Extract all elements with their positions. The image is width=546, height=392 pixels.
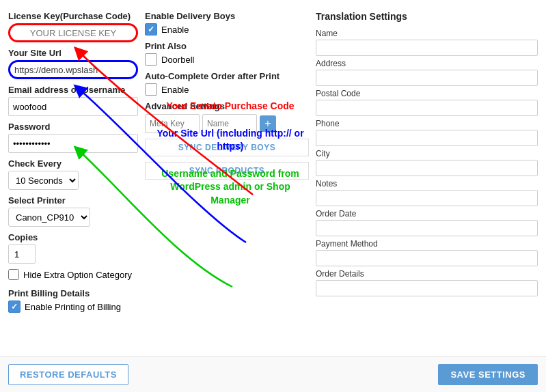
trans-label: Notes xyxy=(316,179,538,188)
license-key-input[interactable] xyxy=(8,23,138,42)
trans-group-order-date: Order Date xyxy=(316,209,538,236)
trans-group-name: Name xyxy=(316,29,538,56)
trans-label: Order Date xyxy=(316,209,538,219)
trans-group-notes: Notes xyxy=(316,179,538,206)
trans-input-payment-method[interactable] xyxy=(316,250,538,266)
license-key-label: License Key(Purchase Code) xyxy=(8,11,138,21)
content-area: License Key(Purchase Code) Your Site Url… xyxy=(0,0,546,356)
print-also-group: Print Also Doorbell xyxy=(145,41,309,66)
site-url-input[interactable] xyxy=(8,60,138,79)
trans-label: Address xyxy=(316,59,538,68)
annotation-blue: Your Site Url (including http:// or http… xyxy=(152,127,309,154)
trans-label: Order Details xyxy=(316,269,538,279)
select-printer-label: Select Printer xyxy=(8,195,138,206)
annotation-red: Your Envato Purchase Code xyxy=(152,100,309,113)
printer-select[interactable]: Canon_CP910 xyxy=(8,208,90,227)
trans-label: Phone xyxy=(316,119,538,128)
email-input[interactable] xyxy=(8,97,138,116)
check-every-label: Check Every xyxy=(8,158,138,169)
enable-delivery-label: Enable Delivery Boys xyxy=(145,11,309,21)
copies-group: Copies xyxy=(8,232,138,264)
enable-billing-label: Enable Printing of Billing xyxy=(25,302,121,312)
site-url-group: Your Site Url xyxy=(8,48,138,79)
autocomplete-checkbox[interactable] xyxy=(145,83,157,96)
trans-group-address: Address xyxy=(316,59,538,86)
trans-input-name[interactable] xyxy=(316,40,538,56)
enable-label: Enable xyxy=(161,25,189,35)
trans-group-city: City xyxy=(316,149,538,176)
enable-delivery-checkbox[interactable] xyxy=(145,23,157,36)
enable-row: Enable xyxy=(145,23,309,36)
annotation-green: Username and Password from WordPress adm… xyxy=(152,167,309,208)
middle-column: Enable Delivery Boys Enable Print Also D… xyxy=(145,11,309,346)
trans-group-payment-method: Payment Method xyxy=(316,239,538,266)
copies-input[interactable] xyxy=(8,244,36,264)
print-billing-section: Print Billing Details Enable Printing of… xyxy=(8,288,138,313)
copies-label: Copies xyxy=(8,232,138,242)
password-group: Password xyxy=(8,122,138,153)
trans-input-order-date[interactable] xyxy=(316,220,538,236)
autocomplete-label: Auto-Complete Order after Print xyxy=(145,71,309,81)
check-every-select[interactable]: 5 Seconds 10 Seconds 30 Seconds 1 Minute xyxy=(8,171,79,190)
select-printer-group: Select Printer Canon_CP910 xyxy=(8,195,138,227)
doorbell-checkbox[interactable] xyxy=(145,53,157,66)
check-every-row: 5 Seconds 10 Seconds 30 Seconds 1 Minute xyxy=(8,171,138,190)
trans-label: Payment Method xyxy=(316,239,538,249)
right-column: Translation Settings NameAddressPostal C… xyxy=(316,11,538,346)
check-every-group: Check Every 5 Seconds 10 Seconds 30 Seco… xyxy=(8,158,138,190)
trans-input-order-details[interactable] xyxy=(316,280,538,296)
hide-extra-label: Hide Extra Option Category xyxy=(23,270,132,280)
left-column: License Key(Purchase Code) Your Site Url… xyxy=(8,11,138,346)
trans-input-address[interactable] xyxy=(316,70,538,86)
trans-group-phone: Phone xyxy=(316,119,538,146)
print-billing-label: Print Billing Details xyxy=(8,288,138,298)
trans-input-postal-code[interactable] xyxy=(316,100,538,116)
trans-label: Postal Code xyxy=(316,89,538,98)
footer: RESTORE DEFAULTS SAVE SETTINGS xyxy=(0,356,546,392)
autocomplete-group: Auto-Complete Order after Print Enable xyxy=(145,71,309,96)
trans-label: City xyxy=(316,149,538,158)
password-label: Password xyxy=(8,122,138,132)
enable-delivery-group: Enable Delivery Boys Enable xyxy=(145,11,309,36)
enable-billing-checkbox[interactable] xyxy=(8,300,21,313)
hide-extra-checkbox[interactable] xyxy=(8,269,19,280)
restore-defaults-button[interactable]: RESTORE DEFAULTS xyxy=(8,364,128,385)
password-input[interactable] xyxy=(8,134,138,153)
email-group: Email address or Username xyxy=(8,85,138,116)
save-settings-button[interactable]: SAVE SETTINGS xyxy=(438,364,538,385)
site-url-label: Your Site Url xyxy=(8,48,138,58)
trans-label: Name xyxy=(316,29,538,38)
autocomplete-row: Enable xyxy=(145,83,309,96)
enable-billing-row: Enable Printing of Billing xyxy=(8,300,138,313)
trans-input-phone[interactable] xyxy=(316,130,538,146)
doorbell-row: Doorbell xyxy=(145,53,309,66)
trans-group-order-details: Order Details xyxy=(316,269,538,296)
autocomplete-enable-label: Enable xyxy=(161,85,189,95)
license-key-group: License Key(Purchase Code) xyxy=(8,11,138,42)
doorbell-label: Doorbell xyxy=(161,55,194,65)
copies-row xyxy=(8,244,138,264)
trans-input-city[interactable] xyxy=(316,160,538,176)
email-label: Email address or Username xyxy=(8,85,138,95)
trans-input-notes[interactable] xyxy=(316,190,538,206)
translation-fields: NameAddressPostal CodePhoneCityNotesOrde… xyxy=(316,29,538,299)
annotation-area: Your Envato Purchase Code Your Site Url … xyxy=(152,100,309,208)
trans-group-postal-code: Postal Code xyxy=(316,89,538,116)
print-also-label: Print Also xyxy=(145,41,309,51)
select-printer-row: Canon_CP910 xyxy=(8,208,138,227)
hide-extra-row: Hide Extra Option Category xyxy=(8,269,138,280)
main-container: License Key(Purchase Code) Your Site Url… xyxy=(0,0,546,392)
translation-title: Translation Settings xyxy=(316,11,538,22)
